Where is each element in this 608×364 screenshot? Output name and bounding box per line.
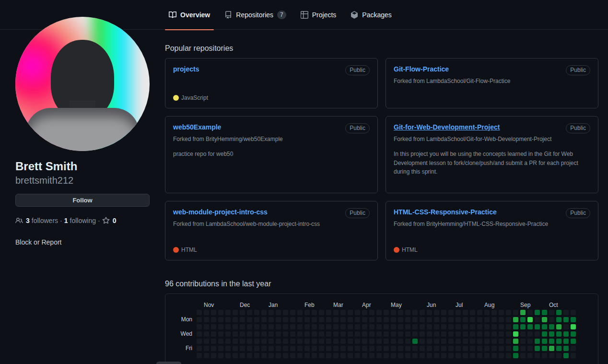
repo-name-link[interactable]: web-module-project-intro-css	[173, 208, 268, 216]
repo-name-link[interactable]: Git-Flow-Practice	[394, 65, 449, 73]
contribution-cell[interactable]	[556, 317, 561, 322]
contribution-cell[interactable]	[269, 353, 274, 358]
contribution-cell[interactable]	[276, 324, 281, 329]
contribution-cell[interactable]	[269, 324, 274, 329]
contribution-cell[interactable]	[563, 324, 569, 329]
contribution-cell[interactable]	[542, 324, 547, 329]
contribution-cell[interactable]	[571, 346, 576, 351]
contribution-cell[interactable]	[333, 353, 339, 358]
contribution-cell[interactable]	[434, 324, 439, 329]
contribution-cell[interactable]	[470, 331, 475, 337]
followers-count[interactable]: 3	[26, 217, 30, 224]
contribution-cell[interactable]	[427, 353, 432, 358]
contribution-cell[interactable]	[412, 317, 418, 322]
contribution-cell[interactable]	[297, 339, 303, 344]
contribution-cell[interactable]	[520, 331, 526, 337]
contribution-cell[interactable]	[391, 317, 396, 322]
contribution-cell[interactable]	[362, 339, 367, 344]
contribution-cell[interactable]	[441, 353, 446, 358]
contribution-cell[interactable]	[506, 346, 511, 351]
contribution-cell[interactable]	[326, 317, 331, 322]
contribution-cell[interactable]	[441, 346, 446, 351]
contribution-cell[interactable]	[376, 339, 382, 344]
contribution-cell[interactable]	[535, 324, 540, 329]
contribution-cell[interactable]	[412, 324, 418, 329]
contribution-cell[interactable]	[405, 346, 410, 351]
contribution-cell[interactable]	[527, 317, 533, 322]
contribution-cell[interactable]	[549, 324, 554, 329]
contribution-cell[interactable]	[340, 346, 346, 351]
contribution-cell[interactable]	[520, 317, 526, 322]
contribution-cell[interactable]	[513, 310, 518, 315]
following-label[interactable]: following	[70, 217, 96, 224]
contribution-cell[interactable]	[499, 353, 504, 358]
contribution-cell[interactable]	[211, 317, 216, 322]
contribution-cell[interactable]	[304, 339, 310, 344]
contribution-cell[interactable]	[491, 317, 497, 322]
contribution-cell[interactable]	[484, 331, 490, 337]
contribution-cell[interactable]	[233, 317, 238, 322]
contribution-cell[interactable]	[197, 310, 202, 315]
contribution-cell[interactable]	[269, 339, 274, 344]
contribution-cell[interactable]	[348, 324, 353, 329]
contribution-cell[interactable]	[218, 346, 223, 351]
contribution-cell[interactable]	[261, 339, 267, 344]
contribution-cell[interactable]	[556, 346, 561, 351]
contribution-cell[interactable]	[398, 331, 403, 337]
contribution-cell[interactable]	[405, 317, 410, 322]
contribution-cell[interactable]	[491, 331, 497, 337]
contribution-cell[interactable]	[326, 331, 331, 337]
contribution-cell[interactable]	[484, 346, 490, 351]
contribution-cell[interactable]	[369, 324, 374, 329]
contribution-cell[interactable]	[448, 346, 454, 351]
contribution-cell[interactable]	[197, 346, 202, 351]
contribution-cell[interactable]	[197, 339, 202, 344]
contribution-cell[interactable]	[491, 339, 497, 344]
contribution-cell[interactable]	[506, 331, 511, 337]
contribution-cell[interactable]	[290, 346, 295, 351]
contribution-cell[interactable]	[312, 324, 317, 329]
contribution-cell[interactable]	[420, 339, 425, 344]
contribution-cell[interactable]	[420, 331, 425, 337]
contribution-cell[interactable]	[319, 317, 324, 322]
contribution-cell[interactable]	[463, 317, 468, 322]
contribution-cell[interactable]	[290, 331, 295, 337]
contribution-cell[interactable]	[420, 317, 425, 322]
contribution-cell[interactable]	[384, 353, 389, 358]
contribution-cell[interactable]	[427, 331, 432, 337]
contribution-cell[interactable]	[434, 339, 439, 344]
contribution-cell[interactable]	[362, 310, 367, 315]
contribution-cell[interactable]	[312, 353, 317, 358]
contribution-cell[interactable]	[506, 324, 511, 329]
contribution-cell[interactable]	[513, 346, 518, 351]
contribution-cell[interactable]	[499, 324, 504, 329]
contribution-cell[interactable]	[527, 353, 533, 358]
contribution-cell[interactable]	[240, 346, 245, 351]
contribution-cell[interactable]	[218, 324, 223, 329]
contribution-cell[interactable]	[362, 353, 367, 358]
contribution-cell[interactable]	[290, 353, 295, 358]
contribution-cell[interactable]	[420, 346, 425, 351]
contribution-cell[interactable]	[549, 346, 554, 351]
contribution-cell[interactable]	[463, 324, 468, 329]
contribution-cell[interactable]	[527, 346, 533, 351]
contribution-cell[interactable]	[405, 331, 410, 337]
contribution-cell[interactable]	[290, 310, 295, 315]
contribution-cell[interactable]	[290, 324, 295, 329]
contribution-cell[interactable]	[412, 331, 418, 337]
repo-name-link[interactable]: HTML-CSS-Responsive-Practice	[394, 208, 497, 216]
contribution-cell[interactable]	[197, 331, 202, 337]
contribution-cell[interactable]	[297, 310, 303, 315]
contribution-cell[interactable]	[535, 310, 540, 315]
contribution-cell[interactable]	[254, 310, 259, 315]
contribution-cell[interactable]	[204, 339, 209, 344]
contribution-cell[interactable]	[434, 331, 439, 337]
contribution-cell[interactable]	[484, 317, 490, 322]
contribution-cell[interactable]	[369, 331, 374, 337]
contribution-cell[interactable]	[204, 353, 209, 358]
contribution-cell[interactable]	[405, 353, 410, 358]
contribution-cell[interactable]	[261, 324, 267, 329]
contribution-cell[interactable]	[225, 310, 231, 315]
contribution-cell[interactable]	[556, 324, 561, 329]
contribution-cell[interactable]	[506, 310, 511, 315]
